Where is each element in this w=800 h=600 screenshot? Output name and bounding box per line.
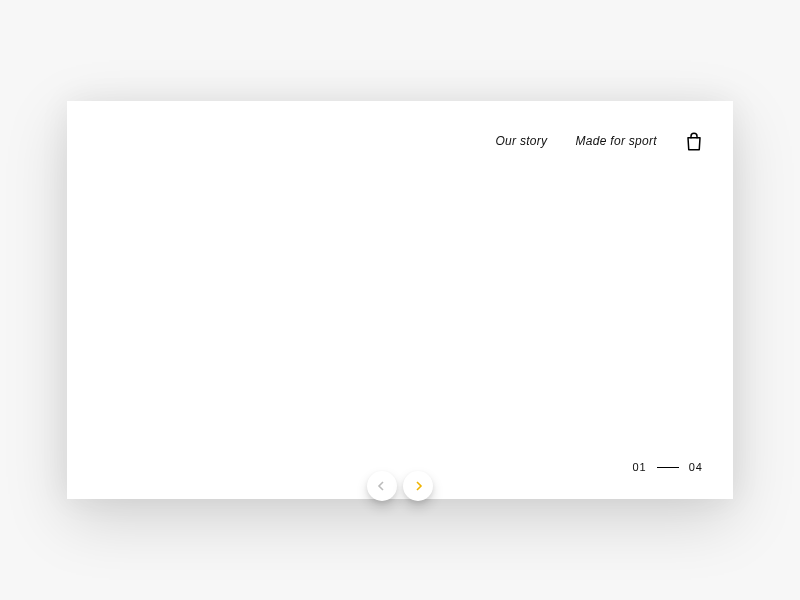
page-background: Our story Made for sport 0 xyxy=(0,0,800,600)
slide-counter: 01 04 xyxy=(633,461,704,473)
chevron-right-icon xyxy=(413,481,423,491)
nav-link-made-for-sport[interactable]: Made for sport xyxy=(575,134,657,148)
top-nav: Our story Made for sport xyxy=(495,131,703,151)
chevron-left-icon xyxy=(377,481,387,491)
prev-slide-button[interactable] xyxy=(367,471,397,501)
next-slide-button[interactable] xyxy=(403,471,433,501)
shopping-bag-icon[interactable] xyxy=(685,131,703,151)
hero-card: Our story Made for sport 0 xyxy=(67,101,733,499)
current-slide-number: 01 xyxy=(633,461,647,473)
nav-link-our-story[interactable]: Our story xyxy=(495,134,547,148)
carousel-controls xyxy=(367,471,433,501)
counter-divider xyxy=(657,467,679,468)
total-slides-number: 04 xyxy=(689,461,703,473)
